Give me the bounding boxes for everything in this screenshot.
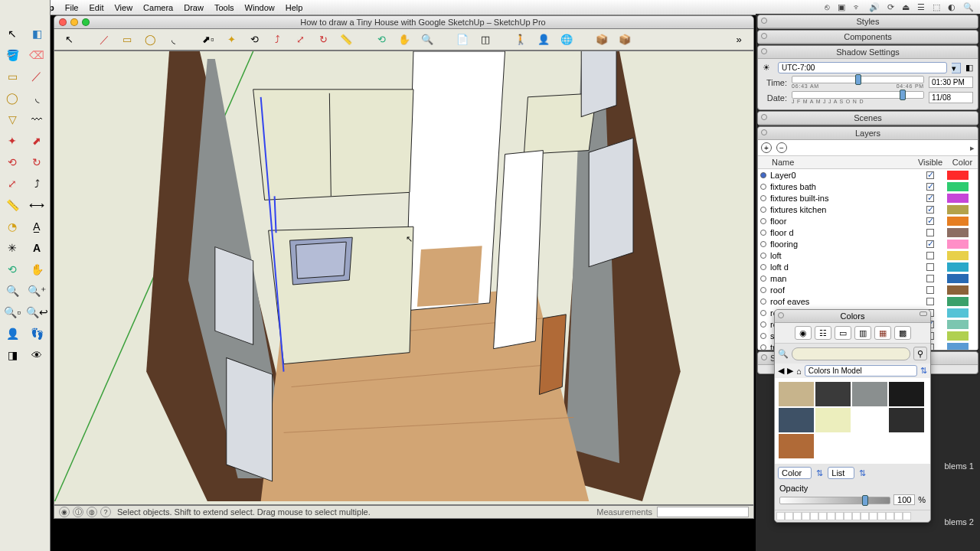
orbit-tool[interactable]: ⟲ [373,31,390,48]
layer-visible-checkbox[interactable] [913,263,947,271]
layer-color-swatch[interactable] [947,251,969,260]
layer-color-swatch[interactable] [947,274,969,283]
remove-layer-button[interactable]: − [776,142,787,153]
color-swatch[interactable] [815,381,851,407]
pushpull-tool[interactable]: ⬈ [25,131,48,151]
extension-tool[interactable]: 📦 [616,31,633,48]
layer-row[interactable]: fixtures built-ins [758,192,978,204]
color-search-input[interactable] [792,347,910,360]
layer-radio[interactable] [758,195,769,201]
col-visible[interactable]: Visible [913,156,947,168]
section-tool[interactable]: ◫ [477,31,494,48]
spotlight-icon[interactable]: 🔍 [963,2,974,12]
followme-tool[interactable]: ↻ [315,31,332,48]
walk-tool[interactable]: 🚶 [512,31,529,48]
section-tool[interactable]: ◨ [1,345,24,365]
layer-row[interactable]: fixtures kitchen [758,204,978,215]
date-slider[interactable] [792,91,924,99]
dropdown-icon[interactable]: ▾ [952,63,961,73]
opacity-value[interactable]: 100 [893,494,915,505]
layer-row[interactable]: roof [758,284,978,295]
layer-color-swatch[interactable] [947,331,969,341]
layer-visible-checkbox[interactable] [913,298,947,305]
menu-window[interactable]: Window [245,3,275,12]
color-swatch[interactable] [851,381,888,407]
tape-tool[interactable]: 📏 [1,195,24,215]
color-swatch[interactable] [778,407,815,433]
wheel-picker-icon[interactable]: ◉ [795,326,812,340]
menu-draw[interactable]: Draw [184,3,204,12]
zoom-extents-tool[interactable]: 🔍⁺ [25,281,48,301]
menu-edit[interactable]: Edit [89,3,103,12]
select-tool[interactable]: ↖ [60,31,77,48]
scale-tool[interactable]: ⤢ [292,31,309,48]
eraser-tool[interactable]: ⌫ [25,45,48,65]
hint-icon[interactable]: ◉ [59,507,70,517]
overflow-icon[interactable]: » [730,31,747,48]
menu-file[interactable]: File [65,3,79,12]
texture-picker-icon[interactable]: ▩ [894,326,911,340]
position-camera-tool[interactable]: 👤 [1,324,24,344]
layer-visible-checkbox[interactable] [913,183,947,191]
opacity-slider[interactable] [779,497,890,504]
previous-tool[interactable]: 🔍↩ [25,302,48,322]
measurements-input[interactable] [657,507,749,517]
tray-icon[interactable]: ◐ [948,2,956,12]
layer-radio[interactable] [758,241,769,247]
layer-visible-checkbox[interactable] [913,206,947,214]
dimension-tool[interactable]: ⟷ [25,195,48,215]
layer-radio[interactable] [758,298,769,305]
layers-menu-icon[interactable]: ▸ [970,143,975,153]
layer-color-swatch[interactable] [947,285,969,295]
layer-row[interactable]: loft d [758,261,978,272]
protractor-tool[interactable]: ◔ [1,217,24,236]
layer-radio[interactable] [758,344,769,350]
arc-tool[interactable]: ◟ [165,31,181,48]
date-value[interactable]: 11/08 [929,92,973,103]
circle-tool[interactable]: ◯ [1,88,24,108]
arc-tool[interactable]: ◟ [25,88,48,108]
pan-tool[interactable]: ✋ [25,259,48,279]
tray-icon[interactable]: ⎋ [825,2,830,12]
menu-view[interactable]: View [114,3,132,12]
component-tool[interactable]: ◧ [25,24,48,44]
offset-tool[interactable]: ⤴ [25,174,48,194]
layer-row[interactable]: loft [758,249,978,261]
model-viewport[interactable]: ↖ [54,51,754,505]
layer-row[interactable]: fixtures bath [758,181,978,192]
back-icon[interactable]: ◀ [778,366,784,376]
layer-visible-checkbox[interactable] [913,217,947,225]
layer-radio[interactable] [758,184,769,190]
layer-visible-checkbox[interactable] [913,286,947,294]
rotate-tool[interactable]: ⟲ [1,152,24,172]
3dtext-tool[interactable]: A [25,238,48,258]
shadow-toggle[interactable]: ◧ [965,63,973,73]
layer-color-swatch[interactable] [947,240,969,249]
layer-visible-checkbox[interactable] [913,240,947,248]
text-tool[interactable]: A̲ [25,217,48,236]
layer-visible-checkbox[interactable] [913,194,947,202]
zoom-tool[interactable]: 🔍 [419,31,436,48]
orbit-tool[interactable]: ⟲ [1,259,24,279]
layer-radio[interactable] [758,276,769,282]
followme-tool[interactable]: ↻ [25,152,48,172]
color-wells[interactable] [775,510,930,522]
layer-row[interactable]: floor d [758,227,978,238]
lookaround-tool[interactable]: 👁 [25,345,48,365]
sliders-picker-icon[interactable]: ☷ [815,326,831,340]
layer-visible-checkbox[interactable] [913,252,947,259]
rectangle-tool[interactable]: ▭ [1,67,24,86]
home-icon[interactable]: ⌂ [796,367,802,376]
move-tool[interactable]: ✦ [1,131,24,151]
color-mode-select[interactable]: Color [778,467,812,479]
select-tool[interactable]: ↖ [1,24,24,44]
tray-icon[interactable]: ▣ [838,2,845,12]
add-layer-button[interactable]: + [761,142,772,153]
zoom-tool[interactable]: 🔍 [1,281,24,301]
line-tool[interactable]: ／ [25,67,48,86]
layer-color-swatch[interactable] [947,228,969,237]
image-picker-icon[interactable]: ▭ [835,326,851,340]
layer-color-swatch[interactable] [947,194,969,203]
minimize-icon[interactable] [70,18,78,26]
collapse-icon[interactable] [920,311,927,316]
